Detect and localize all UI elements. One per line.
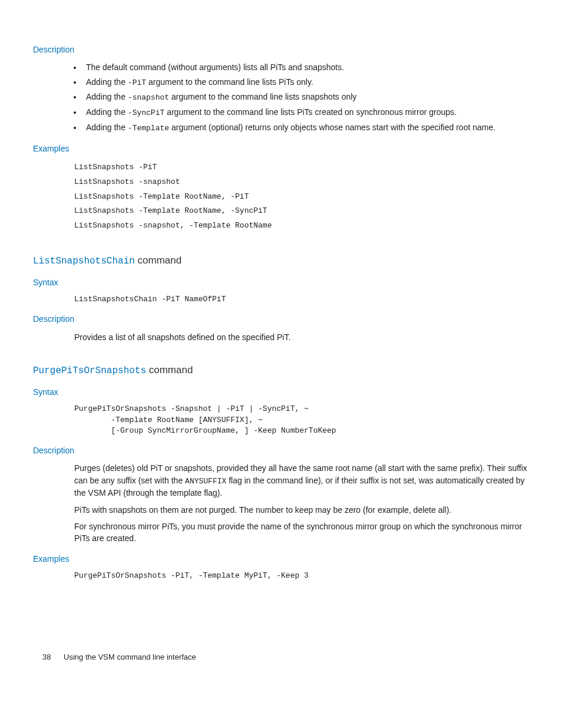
heading-word: command xyxy=(146,364,193,375)
description-paragraph: Purges (deletes) old PiT or snapshots, p… xyxy=(74,462,529,499)
list-item: The default command (without arguments) … xyxy=(82,61,529,73)
syntax-heading: Syntax xyxy=(33,276,529,288)
description-heading: Description xyxy=(33,44,529,55)
list-item: Adding the -SyncPiT argument to the comm… xyxy=(82,106,529,119)
inline-code: -SyncPiT xyxy=(128,108,164,117)
list-item: Adding the -snapshot argument to the com… xyxy=(82,91,529,104)
description-heading: Description xyxy=(33,444,529,456)
syntax-code-block: PurgePiTsOrSnapshots -Snapshot | -PiT | … xyxy=(74,404,529,436)
heading-word: command xyxy=(135,255,181,266)
description-list: The default command (without arguments) … xyxy=(33,61,529,134)
list-item: Adding the -PiT argument to the command … xyxy=(82,76,529,89)
section-heading-listsnapshotschain: ListSnapshotsChain command xyxy=(33,253,529,268)
list-text: Adding the xyxy=(86,107,128,117)
page-footer: 38 Using the VSM command line interface xyxy=(33,652,529,663)
example-code-block: ListSnapshots -PiT ListSnapshots -snapsh… xyxy=(74,160,529,233)
section-heading-purgepitsorsnapshots: PurgePiTsOrSnapshots command xyxy=(33,363,529,378)
examples-heading: Examples xyxy=(33,143,529,154)
list-text: Adding the xyxy=(86,123,128,132)
list-text: Adding the xyxy=(86,77,128,87)
syntax-code-block: ListSnapshotsChain -PiT NameOfPiT xyxy=(74,294,529,305)
description-paragraph: For synchronous mirror PiTs, you must pr… xyxy=(74,521,529,545)
inline-code: -Template xyxy=(128,124,169,133)
syntax-heading: Syntax xyxy=(33,386,529,398)
heading-code: PurgePiTsOrSnapshots xyxy=(33,365,146,376)
list-text: The default command (without arguments) … xyxy=(86,62,344,72)
list-text: Adding the xyxy=(86,92,128,101)
page-number: 38 xyxy=(42,652,51,663)
list-text: argument (optional) returns only objects… xyxy=(169,123,495,132)
heading-code: ListSnapshotsChain xyxy=(33,256,135,266)
list-item: Adding the -Template argument (optional)… xyxy=(82,121,529,134)
inline-code: -PiT xyxy=(128,78,146,87)
examples-heading: Examples xyxy=(33,553,529,565)
description-paragraph: PiTs with snapshots on them are not purg… xyxy=(74,504,529,516)
list-text: argument to the command line lists PiTs … xyxy=(164,107,457,117)
example-code-block: PurgePiTsOrSnapshots -PiT, -Template MyP… xyxy=(74,571,529,581)
inline-code: ANYSUFFIX xyxy=(185,477,226,486)
list-text: argument to the command line lists snaps… xyxy=(169,92,356,101)
inline-code: -snapshot xyxy=(128,93,169,102)
list-text: argument to the command line lists PiTs … xyxy=(146,77,313,87)
footer-text: Using the VSM command line interface xyxy=(64,653,196,661)
description-body: Provides a list of all snapshots defined… xyxy=(74,331,529,343)
description-heading: Description xyxy=(33,313,529,325)
